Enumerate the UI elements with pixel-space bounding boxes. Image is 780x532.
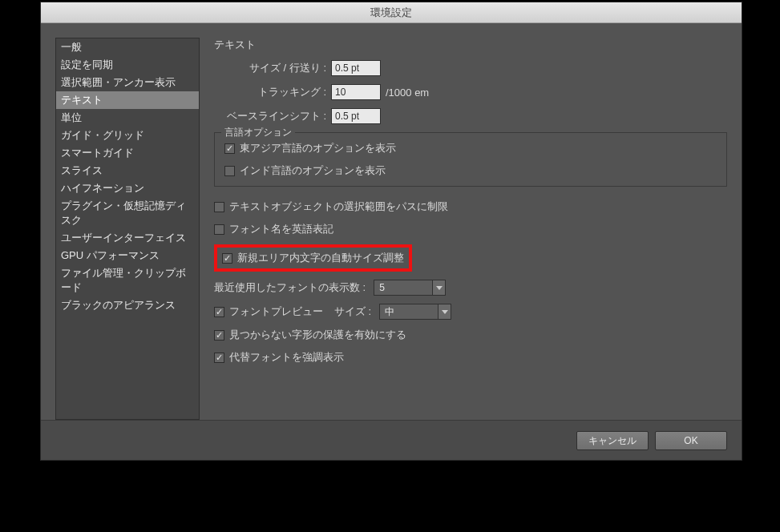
sidebar-item-ui[interactable]: ユーザーインターフェイス [56, 229, 199, 247]
baseline-label: ベースラインシフト : [214, 109, 326, 123]
language-options-group: 言語オプション 東アジア言語のオプションを表示 インド言語のオプションを表示 [214, 132, 727, 187]
highlight-sub-label: 代替フォントを強調表示 [229, 350, 344, 365]
dialog-title: 環境設定 [41, 2, 742, 23]
east-asian-row[interactable]: 東アジア言語のオプションを表示 [224, 141, 717, 155]
ok-button[interactable]: OK [655, 431, 727, 450]
auto-size-checkbox[interactable] [222, 253, 232, 264]
tracking-row: トラッキング : /1000 em [214, 84, 727, 100]
indic-row[interactable]: インド言語のオプションを表示 [224, 163, 717, 178]
font-preview-size-value: 中 [380, 305, 438, 319]
font-preview-size-label: サイズ : [334, 304, 371, 319]
tracking-input[interactable] [331, 84, 381, 100]
font-preview-row[interactable]: フォントプレビュー サイズ : 中 [214, 304, 727, 320]
sidebar-item-files[interactable]: ファイル管理・クリップボード [56, 264, 199, 296]
size-leading-label: サイズ / 行送り : [214, 61, 326, 75]
highlight-sub-row[interactable]: 代替フォントを強調表示 [214, 350, 727, 365]
recent-fonts-value: 5 [374, 282, 432, 293]
sidebar-item-general[interactable]: 一般 [56, 38, 199, 56]
restrict-path-label: テキストオブジェクトの選択範囲をパスに制限 [229, 200, 448, 214]
recent-fonts-row: 最近使用したフォントの表示数 : 5 [214, 280, 727, 296]
size-leading-input[interactable] [331, 60, 381, 76]
size-leading-row: サイズ / 行送り : [214, 60, 727, 76]
sidebar-item-sync[interactable]: 設定を同期 [56, 56, 199, 74]
english-font-row[interactable]: フォント名を英語表記 [214, 222, 727, 236]
indic-label: インド言語のオプションを表示 [240, 163, 386, 178]
recent-fonts-select[interactable]: 5 [374, 280, 446, 296]
chevron-down-icon [432, 280, 445, 295]
east-asian-label: 東アジア言語のオプションを表示 [240, 141, 396, 155]
section-label: テキスト [214, 38, 727, 52]
highlight-sub-checkbox[interactable] [214, 353, 224, 363]
chevron-down-icon [438, 304, 451, 319]
sidebar-item-black[interactable]: ブラックのアピアランス [56, 296, 199, 314]
baseline-input[interactable] [331, 108, 381, 124]
baseline-row: ベースラインシフト : [214, 108, 727, 124]
auto-size-highlight: 新規エリア内文字の自動サイズ調整 [214, 244, 412, 272]
english-font-label: フォント名を英語表記 [229, 222, 333, 236]
indic-checkbox[interactable] [224, 166, 235, 176]
font-preview-checkbox[interactable] [214, 307, 224, 317]
language-options-title: 言語オプション [221, 126, 295, 139]
recent-fonts-label: 最近使用したフォントの表示数 : [214, 280, 366, 295]
sidebar-item-text[interactable]: テキスト [56, 91, 199, 109]
sidebar-item-selection[interactable]: 選択範囲・アンカー表示 [56, 74, 199, 91]
main-panel: テキスト サイズ / 行送り : トラッキング : /1000 em ベースライ… [214, 38, 727, 420]
font-preview-label: フォントプレビュー [229, 304, 323, 319]
sidebar-item-hyphen[interactable]: ハイフネーション [56, 179, 199, 197]
restrict-path-checkbox[interactable] [214, 202, 224, 212]
category-sidebar: 一般 設定を同期 選択範囲・アンカー表示 テキスト 単位 ガイド・グリッド スマ… [55, 38, 200, 420]
east-asian-checkbox[interactable] [224, 143, 235, 154]
missing-glyph-label: 見つからない字形の保護を有効にする [229, 328, 406, 342]
cancel-button[interactable]: キャンセル [576, 431, 649, 450]
sidebar-item-smartguides[interactable]: スマートガイド [56, 144, 199, 162]
missing-glyph-checkbox[interactable] [214, 330, 224, 341]
tracking-suffix: /1000 em [386, 87, 429, 99]
english-font-checkbox[interactable] [214, 224, 224, 235]
sidebar-item-units[interactable]: 単位 [56, 109, 199, 127]
dialog-footer: キャンセル OK [41, 420, 742, 460]
missing-glyph-row[interactable]: 見つからない字形の保護を有効にする [214, 328, 727, 342]
sidebar-item-gpu[interactable]: GPU パフォーマンス [56, 247, 199, 264]
sidebar-item-guides[interactable]: ガイド・グリッド [56, 127, 199, 144]
auto-size-label: 新規エリア内文字の自動サイズ調整 [237, 251, 404, 265]
preferences-dialog: 環境設定 一般 設定を同期 選択範囲・アンカー表示 テキスト 単位 ガイド・グリ… [40, 2, 742, 461]
font-preview-size-select[interactable]: 中 [379, 304, 451, 320]
restrict-path-row[interactable]: テキストオブジェクトの選択範囲をパスに制限 [214, 200, 727, 214]
dialog-content: 一般 設定を同期 選択範囲・アンカー表示 テキスト 単位 ガイド・グリッド スマ… [41, 23, 742, 420]
tracking-label: トラッキング : [214, 85, 326, 99]
sidebar-item-plugin[interactable]: プラグイン・仮想記憶ディスク [56, 197, 199, 229]
sidebar-item-slices[interactable]: スライス [56, 162, 199, 179]
